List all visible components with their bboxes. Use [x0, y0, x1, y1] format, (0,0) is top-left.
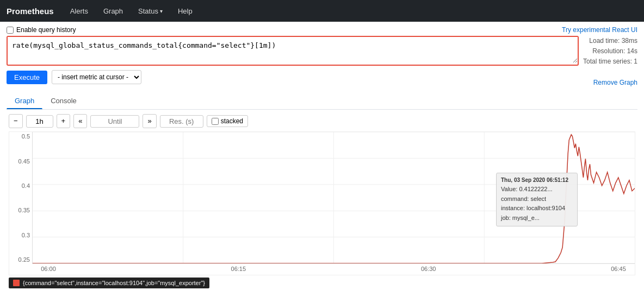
react-ui-link[interactable]: Try experimental React UI	[562, 26, 637, 34]
y-label-4: 0.3	[9, 232, 30, 238]
until-input[interactable]	[90, 115, 139, 128]
query-section: rate(mysql_global_status_commands_total{…	[7, 36, 579, 89]
legend-text: {command="select",instance="localhost:91…	[23, 280, 205, 286]
query-stats-row: rate(mysql_global_status_commands_total{…	[7, 36, 637, 89]
chart-container: 0.5 0.45 0.4 0.35 0.3 0.25	[9, 131, 635, 275]
status-caret-icon: ▾	[160, 8, 163, 14]
total-time-series: Total time series: 1	[583, 56, 637, 67]
stacked-label: stacked	[221, 117, 243, 125]
res-input[interactable]	[160, 115, 203, 128]
chart-wrapper: 0.5 0.45 0.4 0.35 0.3 0.25	[9, 131, 635, 288]
y-label-3: 0.35	[9, 207, 30, 213]
tooltip-instance: instance: localhost:9104	[501, 204, 573, 213]
y-label-2: 0.4	[9, 182, 30, 189]
y-label-5: 0.25	[9, 256, 30, 263]
x-label-0: 06:00	[32, 266, 65, 275]
load-time: Load time: 38ms	[583, 36, 637, 46]
tab-console[interactable]: Console	[42, 93, 85, 109]
execute-button[interactable]: Execute	[7, 71, 47, 84]
x-label-1: 06:15	[222, 266, 255, 275]
stats-area: Load time: 38ms Resolution: 14s Total ti…	[583, 36, 637, 89]
query-input[interactable]: rate(mysql_global_status_commands_total{…	[8, 37, 578, 63]
top-row: Enable query history Try experimental Re…	[7, 26, 637, 34]
chart-tooltip: Thu, 03 Sep 2020 06:51:12 Value: 0.41222…	[496, 173, 578, 226]
stacked-checkbox-label[interactable]: stacked	[207, 115, 248, 127]
enable-history-checkbox-label[interactable]: Enable query history	[7, 26, 76, 34]
back-button[interactable]: «	[73, 114, 87, 128]
remove-graph-link[interactable]: Remove Graph	[593, 79, 637, 86]
tooltip-value: Value: 0.4122222...	[501, 185, 573, 194]
x-label-3: 06:45	[602, 266, 635, 275]
y-axis: 0.5 0.45 0.4 0.35 0.3 0.25	[9, 132, 32, 264]
metric-select[interactable]: - insert metric at cursor -	[52, 70, 141, 84]
stacked-checkbox[interactable]	[212, 118, 219, 125]
duration-input[interactable]	[26, 115, 53, 128]
chart-plot-area: Thu, 03 Sep 2020 06:51:12 Value: 0.41222…	[32, 132, 635, 264]
legend-area: {command="select",instance="localhost:91…	[9, 278, 209, 288]
tooltip-time: Thu, 03 Sep 2020 06:51:12	[501, 176, 573, 185]
tab-graph[interactable]: Graph	[7, 93, 42, 109]
query-box-container: rate(mysql_global_status_commands_total{…	[7, 36, 579, 66]
graph-controls: − + « » stacked	[7, 114, 637, 128]
main-content: Enable query history Try experimental Re…	[0, 22, 644, 290]
execute-row: Execute - insert metric at cursor -	[7, 70, 579, 84]
y-label-1: 0.45	[9, 158, 30, 165]
nav-status[interactable]: Status ▾	[135, 5, 166, 17]
increase-duration-button[interactable]: +	[57, 114, 71, 128]
nav-alerts[interactable]: Alerts	[67, 5, 91, 17]
decrease-duration-button[interactable]: −	[9, 114, 23, 128]
nav-graph[interactable]: Graph	[100, 5, 126, 17]
x-axis: 06:00 06:15 06:30 06:45	[32, 264, 635, 275]
legend-swatch	[13, 280, 20, 286]
tabs-row: Graph Console	[7, 93, 637, 110]
brand: Prometheus	[7, 7, 54, 16]
resolution: Resolution: 14s	[583, 46, 637, 56]
x-label-2: 06:30	[412, 266, 445, 275]
tooltip-job: job: mysql_e...	[501, 213, 573, 223]
nav-help[interactable]: Help	[175, 5, 196, 17]
tooltip-command: command: select	[501, 194, 573, 204]
navbar: Prometheus Alerts Graph Status ▾ Help	[0, 0, 644, 22]
forward-button[interactable]: »	[143, 114, 156, 128]
enable-history-checkbox[interactable]	[7, 27, 14, 34]
y-label-0: 0.5	[9, 133, 30, 140]
